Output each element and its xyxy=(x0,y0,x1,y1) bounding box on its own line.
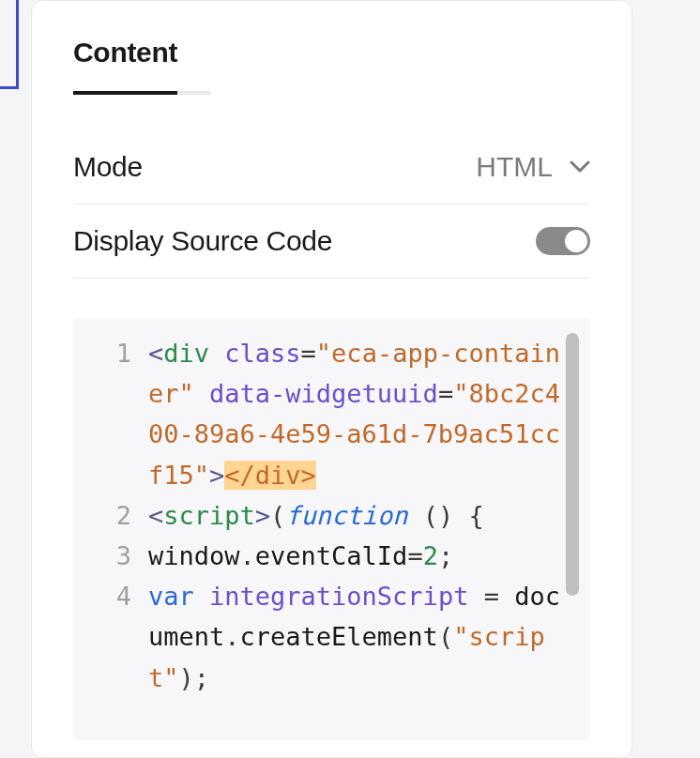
code-editor[interactable]: 1<div class="eca-app-container" data-wid… xyxy=(73,318,590,740)
scrollbar-thumb[interactable] xyxy=(566,333,579,596)
mode-select[interactable]: HTML xyxy=(476,151,590,183)
display-source-label: Display Source Code xyxy=(73,225,332,257)
code-line: 4var integrationScript = document.create… xyxy=(73,576,568,698)
left-accent-border xyxy=(0,0,19,89)
mode-value: HTML xyxy=(476,151,553,183)
line-number: 2 xyxy=(73,495,148,536)
mode-label: Mode xyxy=(73,151,143,183)
line-number: 1 xyxy=(73,333,148,373)
tab-underline-rest xyxy=(177,37,211,95)
tab-content[interactable]: Content xyxy=(73,37,177,95)
toggle-knob xyxy=(565,230,587,252)
code-content[interactable]: <div class="eca-app-container" data-widg… xyxy=(148,333,568,495)
settings-block: Mode HTML Display Source Code xyxy=(73,130,590,279)
code-content[interactable]: window.eventCalId=2; xyxy=(148,536,568,576)
line-number: 3 xyxy=(73,536,148,576)
content-panel: Content Mode HTML Display Source Code 1<… xyxy=(31,0,632,758)
code-content[interactable]: <script>(function () { xyxy=(148,495,568,536)
code-scroll[interactable]: 1<div class="eca-app-container" data-wid… xyxy=(73,333,586,725)
setting-row-display-source: Display Source Code xyxy=(73,205,590,279)
code-line: 2<script>(function () { xyxy=(73,495,568,536)
display-source-toggle[interactable] xyxy=(536,227,590,255)
code-line: 1<div class="eca-app-container" data-wid… xyxy=(73,333,568,495)
chevron-down-icon xyxy=(570,157,590,177)
code-content[interactable]: var integrationScript = document.createE… xyxy=(148,576,568,698)
code-line: 3window.eventCalId=2; xyxy=(73,536,568,576)
setting-row-mode: Mode HTML xyxy=(73,130,590,205)
line-number: 4 xyxy=(73,576,148,616)
tabs-row: Content xyxy=(73,37,590,95)
